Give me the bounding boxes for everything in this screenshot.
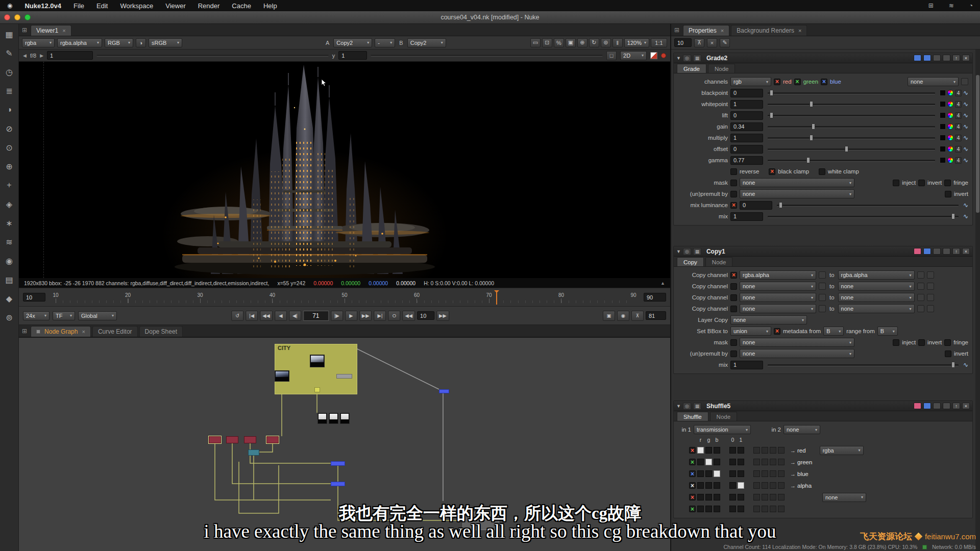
matrix-cell[interactable] [738, 470, 744, 477]
viewer-gamma-field[interactable]: 1 [338, 51, 367, 60]
mask-channel-select[interactable]: none [740, 178, 854, 187]
timecode-mode-select[interactable]: TF [53, 311, 75, 320]
color-swatch-button[interactable] [940, 157, 946, 163]
menu-cache[interactable]: Cache [232, 2, 251, 10]
views-icon[interactable]: ◉ [2, 254, 16, 268]
matrix-cell[interactable] [705, 459, 712, 465]
slider-handle[interactable] [810, 135, 813, 141]
edit-panels-icon[interactable]: ✎ [720, 38, 730, 47]
copy-enable-checkbox[interactable] [730, 272, 737, 279]
read-node-thumbnail[interactable] [275, 370, 289, 382]
manage-button[interactable] [933, 403, 941, 409]
proxy-icon[interactable]: % [554, 38, 564, 47]
lock-range-icon[interactable]: ⊼ [631, 311, 644, 321]
loop-toggle-button[interactable]: O [388, 311, 400, 321]
status-icon-2[interactable]: ≋ [949, 2, 954, 9]
animation-curve-icon[interactable]: ∿ [963, 123, 968, 130]
node-color-icon[interactable] [693, 403, 701, 410]
float-panel-button[interactable] [952, 403, 960, 409]
read-node-thumbnail[interactable] [310, 355, 325, 367]
clear-panels-icon[interactable]: × [707, 38, 717, 47]
in2-select[interactable]: none [783, 425, 820, 434]
color-wheel-button[interactable] [947, 112, 953, 118]
copy1-panel-header[interactable]: Copy1 [674, 246, 972, 257]
copy-enable-checkbox[interactable] [730, 306, 737, 312]
matrix-cell[interactable] [729, 459, 736, 465]
viewer-colorspace-select[interactable]: sRGB [149, 38, 182, 47]
unpremult-enable-checkbox[interactable] [730, 191, 737, 197]
swap-button[interactable] [819, 305, 826, 312]
play-forward-button[interactable]: ▶ [345, 311, 357, 321]
matrix-cell[interactable] [714, 494, 720, 500]
bbox-select[interactable]: union [730, 327, 771, 336]
channel-count-button[interactable]: 4 [955, 123, 962, 130]
blue-row-checkbox[interactable] [689, 470, 696, 477]
copy-from-select[interactable]: rgba.alpha [740, 270, 816, 280]
extra-button[interactable] [917, 283, 924, 290]
grade-node[interactable] [248, 449, 259, 456]
menu-file[interactable]: File [74, 2, 84, 10]
merge-icon[interactable]: ⊕ [2, 159, 16, 173]
transform-icon[interactable]: + [2, 178, 16, 192]
channel-count-button[interactable]: 4 [955, 112, 962, 119]
app-menu[interactable]: Nuke12.0v4 [24, 2, 61, 10]
node-thumbnail[interactable] [329, 413, 338, 424]
close-tab-icon[interactable] [82, 329, 85, 335]
gamma-slider[interactable] [768, 157, 935, 164]
animation-curve-icon[interactable]: ∿ [963, 89, 968, 96]
matrix-cell[interactable] [697, 470, 704, 477]
out2-layer-select[interactable]: none [822, 493, 866, 502]
roi-toggle-icon[interactable]: □ [606, 51, 617, 60]
unpremult-channel-select[interactable]: none [740, 189, 854, 198]
reverse-checkbox[interactable] [730, 168, 737, 175]
swap-button[interactable] [819, 283, 826, 290]
frame-range-mode-select[interactable]: Global [78, 311, 117, 320]
alpha-row-checkbox[interactable] [689, 482, 696, 489]
connector-node[interactable] [314, 387, 320, 392]
extra-button[interactable] [917, 271, 924, 279]
ab-blend-select[interactable]: - [375, 38, 395, 47]
unpremult-enable-checkbox[interactable] [730, 350, 737, 357]
max-panels-field[interactable]: 10 [674, 38, 692, 47]
black-clamp-checkbox[interactable] [769, 168, 775, 175]
swap-button[interactable] [819, 271, 826, 279]
channels-indicator-button[interactable] [914, 248, 921, 255]
next-frame-button[interactable]: |▶ [331, 311, 343, 321]
timeline-ruler[interactable]: 10 20 30 40 50 60 70 80 90 [50, 290, 640, 305]
viewer-rect-icon[interactable]: ▭ [530, 38, 541, 47]
node-help-button[interactable] [923, 55, 931, 61]
zoom-select[interactable]: 120% [624, 38, 649, 47]
pane-menu-icon[interactable] [22, 328, 27, 335]
center-node-icon[interactable] [683, 403, 691, 410]
slider-handle[interactable] [770, 90, 773, 96]
close-panel-button[interactable] [962, 403, 970, 409]
menu-edit[interactable]: Edit [96, 2, 108, 10]
matrix-cell[interactable] [714, 482, 720, 489]
alpha-layer-select[interactable]: rgba.alpha [57, 38, 102, 47]
viewer-canvas[interactable] [19, 62, 670, 278]
node-thumbnail[interactable] [317, 413, 327, 424]
color-swatch-button[interactable] [940, 112, 946, 118]
animation-curve-icon[interactable]: ∿ [963, 213, 968, 220]
matrix-cell[interactable] [714, 470, 720, 477]
increment-button[interactable]: ▶▶ [436, 311, 449, 321]
channels-indicator-button[interactable] [914, 403, 921, 409]
invert-unpremult-checkbox[interactable] [945, 350, 951, 357]
copy-node[interactable] [331, 482, 345, 486]
invert-mask-checkbox[interactable] [918, 339, 925, 346]
slider-handle[interactable] [806, 157, 810, 163]
tab-copy[interactable]: Copy [677, 257, 704, 266]
menu-render[interactable]: Render [198, 2, 220, 10]
channel-matrix-button[interactable] [961, 78, 968, 85]
settings-icon[interactable]: ⊚ [601, 38, 611, 47]
gain-slider[interactable] [768, 123, 935, 130]
flipbook-icon[interactable]: ▣ [603, 311, 615, 321]
slider-handle[interactable] [770, 112, 773, 118]
color-wheel-button[interactable] [947, 101, 953, 107]
copy-from-select[interactable]: none [740, 282, 816, 291]
next-increment-button[interactable]: ▶▶ [359, 311, 372, 321]
tab-viewer1[interactable]: Viewer1 [31, 25, 71, 36]
infobar-expand-icon[interactable]: ▲ [660, 281, 665, 286]
white-clamp-checkbox[interactable] [819, 168, 825, 175]
input-b-select[interactable]: Copy2 [407, 38, 446, 47]
